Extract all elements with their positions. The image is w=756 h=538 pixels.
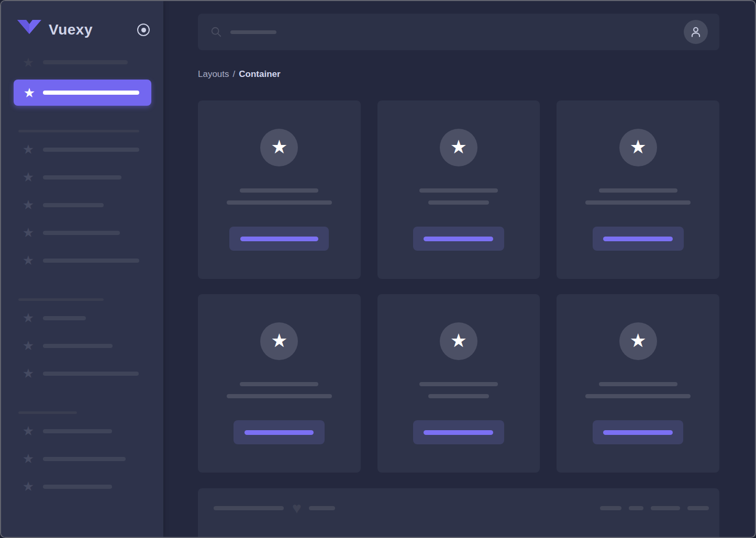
section-header-skeleton <box>18 411 77 414</box>
button-label-skeleton <box>603 237 673 241</box>
sidebar-item-skeleton[interactable]: ★ <box>1 332 163 360</box>
search-input[interactable] <box>198 14 719 50</box>
star-icon: ★ <box>630 138 647 158</box>
search-icon <box>210 26 222 38</box>
sidebar-header: Vuexy <box>1 19 163 41</box>
footer-links <box>600 506 709 510</box>
card-button[interactable] <box>234 420 325 444</box>
star-icon: ★ <box>22 367 35 380</box>
label-skeleton <box>43 259 139 263</box>
star-icon: ★ <box>22 452 35 465</box>
section-header-skeleton <box>18 130 139 132</box>
subtitle-skeleton <box>227 394 332 398</box>
card-button[interactable] <box>229 227 329 251</box>
star-icon: ★ <box>22 339 35 352</box>
sidebar-item-skeleton[interactable]: ★ <box>1 191 163 219</box>
demo-card: ★ <box>377 294 540 473</box>
subtitle-skeleton <box>585 394 691 398</box>
label-skeleton <box>43 316 86 320</box>
sidebar-item-skeleton[interactable]: ★ <box>1 417 163 445</box>
star-icon: ★ <box>22 226 35 239</box>
star-avatar: ★ <box>260 129 298 166</box>
subtitle-skeleton <box>585 200 691 205</box>
breadcrumb-parent[interactable]: Layouts <box>198 69 229 79</box>
star-icon: ★ <box>22 424 35 438</box>
sidebar-item-skeleton[interactable]: ★ <box>1 473 163 500</box>
star-avatar: ★ <box>440 129 477 166</box>
search-placeholder-skeleton <box>230 30 276 34</box>
star-icon: ★ <box>22 56 35 69</box>
footer-link-skeleton[interactable] <box>651 506 680 510</box>
menu-pin-toggle-icon[interactable] <box>137 24 150 36</box>
sidebar-section: ★ ★ ★ ★ ★ <box>1 130 163 274</box>
footer-text-skeleton <box>309 506 335 510</box>
card-button[interactable] <box>413 420 504 444</box>
label-skeleton <box>43 429 112 433</box>
footer-link-skeleton[interactable] <box>600 506 621 510</box>
title-skeleton <box>599 382 677 386</box>
star-icon: ★ <box>23 86 36 99</box>
footer-link-skeleton[interactable] <box>687 506 709 510</box>
brand-name: Vuexy <box>49 21 93 38</box>
sidebar-item-skeleton[interactable]: ★ <box>1 219 163 246</box>
sidebar-item-skeleton[interactable]: ★ <box>1 54 163 70</box>
sidebar-section: ★ ★ ★ <box>1 298 163 387</box>
sidebar-item-skeleton[interactable]: ★ <box>1 304 163 332</box>
card-button[interactable] <box>593 227 684 251</box>
star-icon: ★ <box>22 143 35 156</box>
sidebar-item-skeleton[interactable]: ★ <box>1 445 163 473</box>
label-skeleton <box>43 203 104 207</box>
card-button[interactable] <box>593 420 683 444</box>
star-icon: ★ <box>450 138 467 158</box>
sidebar-item-skeleton[interactable]: ★ <box>1 246 163 274</box>
star-icon: ★ <box>22 480 35 493</box>
subtitle-skeleton <box>227 200 332 205</box>
star-icon: ★ <box>22 254 35 267</box>
vuexy-logo-icon <box>17 20 42 40</box>
card-button[interactable] <box>413 227 504 251</box>
title-skeleton <box>419 382 498 386</box>
label-skeleton <box>43 91 139 95</box>
star-icon: ★ <box>271 138 287 158</box>
user-avatar[interactable] <box>684 20 708 44</box>
title-skeleton <box>599 188 677 193</box>
star-icon: ★ <box>630 331 647 352</box>
sidebar-section: ★ ★ ★ <box>1 411 163 500</box>
demo-card: ★ <box>557 100 719 279</box>
sidebar-item-active[interactable]: ★ <box>14 80 151 106</box>
button-label-skeleton <box>240 237 318 241</box>
pin-dot <box>141 28 146 32</box>
footer-text-skeleton <box>214 506 284 510</box>
sidebar-item-skeleton[interactable]: ★ <box>1 136 163 163</box>
main-content: Layouts/Container ★ ★ ★ <box>163 1 755 537</box>
star-icon: ★ <box>22 198 35 211</box>
demo-card: ★ <box>198 100 361 279</box>
title-skeleton <box>419 188 498 193</box>
breadcrumb-current: Container <box>239 69 280 79</box>
button-label-skeleton <box>424 430 493 435</box>
demo-card: ★ <box>198 294 361 473</box>
subtitle-skeleton <box>428 200 489 205</box>
demo-card: ★ <box>377 100 540 279</box>
star-icon: ★ <box>22 311 35 324</box>
sidebar-item-skeleton[interactable]: ★ <box>1 360 163 387</box>
star-avatar: ★ <box>440 322 477 360</box>
label-skeleton <box>43 485 112 489</box>
subtitle-skeleton <box>428 394 489 398</box>
label-skeleton <box>43 231 120 235</box>
heart-icon[interactable]: ♥ <box>292 500 302 516</box>
label-skeleton <box>43 175 121 180</box>
label-skeleton <box>43 344 113 348</box>
footer-link-skeleton[interactable] <box>629 506 643 510</box>
breadcrumb: Layouts/Container <box>198 69 719 80</box>
label-skeleton <box>43 60 128 64</box>
label-skeleton <box>43 457 126 461</box>
sidebar: Vuexy ★ ★ ★ ★ ★ ★ <box>1 1 163 537</box>
breadcrumb-separator: / <box>233 69 236 79</box>
title-skeleton <box>240 188 318 193</box>
star-avatar: ★ <box>619 322 657 360</box>
button-label-skeleton <box>603 430 673 435</box>
button-label-skeleton <box>244 430 314 435</box>
star-icon: ★ <box>22 171 35 184</box>
sidebar-item-skeleton[interactable]: ★ <box>1 163 163 191</box>
